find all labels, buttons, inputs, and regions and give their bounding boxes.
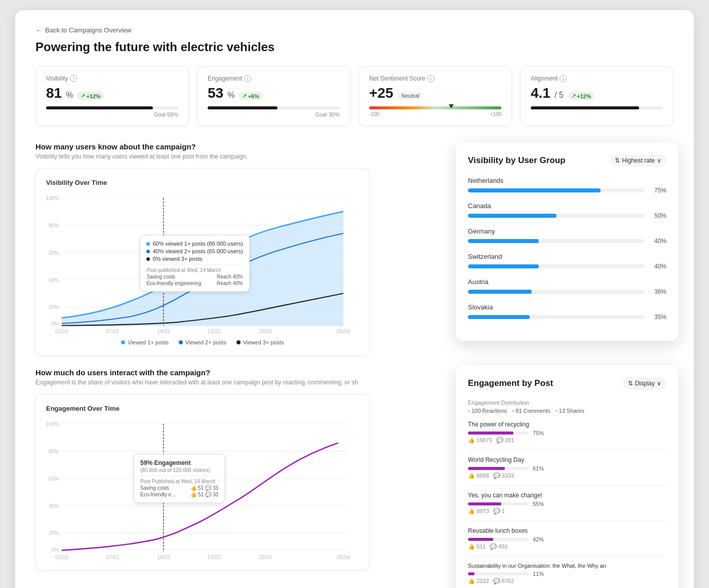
kpi-value-alignment: 4.1 [531,85,550,101]
svg-text:20%: 20% [49,530,59,536]
kpi-goal-engagement: Goal 30% [208,111,340,117]
post-bar-row-3: 42% [468,536,666,542]
eng-tooltip-published: Post Published at Wed, 14 March [140,479,218,484]
post-bar-bg-4 [468,572,529,575]
display-filter[interactable]: ⇅ Display ∨ [623,377,666,389]
visibility-chart-card: Visibility Over Time 100% [35,168,370,356]
country-pct-canada: 50% [649,212,666,219]
country-item-slovakia: Slovakia 35% [468,303,666,321]
engagement-section-desc: Engagement is the share of visitors who … [35,379,370,386]
post-name-4: Sustainability in our Organisation: the … [468,563,666,569]
post-comments-0: 💬 281 [496,437,514,444]
info-icon-visibility[interactable]: i [70,75,77,82]
country-item-austria: Austria 36% [468,278,666,295]
post-pct-4: 11% [533,571,544,577]
svg-text:80%: 80% [49,448,59,454]
country-bar-bg-canada [468,214,645,218]
legend-dot-3plus [237,340,241,344]
svg-text:28/03: 28/03 [259,554,272,560]
eng-tooltip-line1: 59% Engagement [140,459,218,466]
svg-text:40%: 40% [49,277,59,283]
info-icon-sentiment[interactable]: i [427,75,435,82]
visibility-tooltip: 60% viewed 1+ posts (80 000 users) 40% v… [140,235,249,292]
post-item-3: Reusable lunch boxes 42% 👍 511 💬 891 [468,527,666,557]
post-reach-2: Reach 40% [217,281,243,286]
visibility-panel-title: Visibility by User Group [468,155,565,166]
svg-text:0%: 0% [52,546,59,553]
post-bar-row-1: 61% [468,465,666,472]
post-comments-3: 💬 891 [490,543,507,550]
left-panel: How many users know about the campaign? … [35,142,370,571]
kpi-progress-bar-engagement [208,106,340,109]
svg-text:28/03: 28/03 [259,328,272,334]
post-item-2: Yes, you can make change! 55% 👍 8973 💬 1 [468,492,666,521]
svg-text:14/03: 14/03 [157,328,170,334]
post-bar-row-0: 75% [468,430,666,436]
svg-text:07/03: 07/03 [106,328,119,334]
legend-label-1plus: Viewed 1+ posts [128,339,169,345]
svg-text:14/03: 14/03 [157,554,170,560]
kpi-goal-visibility: Goal 60% [46,111,178,117]
svg-text:05/04: 05/04 [337,554,350,560]
svg-text:20%: 20% [49,304,59,310]
kpi-badge-engagement: ↗ +6% [239,92,262,100]
eng-tooltip-post-1: Saving costs 👍 51 💬 33 [140,485,218,491]
post-likes-4: 👍 2222 [468,578,489,584]
chevron-down-icon: ∨ [657,157,661,164]
post-stats-2: 👍 8973 💬 1 [468,508,666,515]
svg-text:40%: 40% [49,502,59,508]
eng-dist-stats: 100 Reactions 81 Comments 13 Shares [468,408,666,414]
post-name-2: Yes, you can make change! [468,492,666,499]
kpi-label-engagement: Engagement i [208,75,340,82]
legend-item-3plus: Viewed 3+ posts [237,339,284,345]
visibility-by-user-group-panel: Visibility by User Group ⇅ Highest rate … [456,142,679,341]
content-wrapper: How many users know about the campaign? … [35,142,674,571]
visibility-section-desc: Visibility tells you how many users view… [35,153,370,160]
svg-text:0%: 0% [52,321,59,327]
arrow-icon-eng: ↗ [242,93,247,99]
arrow-icon: ↗ [81,93,85,99]
tooltip-post-1: Saving costs Reach 40% [146,274,243,280]
country-pct-austria: 36% [649,288,666,295]
sentiment-range: -100 +100 [369,111,501,117]
country-bar-bg-switzerland [468,264,645,268]
kpi-card-alignment: Alignment i 4.1 / 5 ↗ +12% [520,66,674,126]
kpi-badge-alignment: ↗ +12% [568,92,595,100]
country-bar-fill-canada [468,214,557,218]
kpi-unit-engagement: % [227,91,234,100]
tooltip-row-3: 0% viewed 3+ posts [146,256,243,262]
country-bar-fill-germany [468,239,539,243]
post-likes-2: 👍 8973 [468,508,489,515]
dist-reactions: 100 Reactions [468,408,507,414]
post-pct-1: 61% [533,465,544,472]
back-link[interactable]: ← Back to Campaigns Overview [35,26,674,34]
country-bar-fill-switzerland [468,264,539,268]
country-list: Netherlands 75% Canada 50% [468,177,666,321]
svg-text:01/03: 01/03 [55,554,68,560]
legend-item-1plus: Viewed 1+ posts [121,339,169,345]
country-bar-bg-austria [468,290,645,294]
post-stats-3: 👍 511 💬 891 [468,543,666,550]
post-bar-row-4: 11% [468,571,666,577]
info-icon-alignment[interactable]: i [560,75,567,82]
country-item-switzerland: Switzerland 40% [468,253,666,270]
post-bar-fill-1 [468,467,505,470]
country-name-netherlands: Netherlands [468,177,666,184]
highest-rate-filter[interactable]: ⇅ Highest rate ∨ [610,154,666,167]
legend-dot-2plus [179,340,183,344]
eng-post-name-1: Saving costs [140,485,169,491]
country-bar-bg-germany [468,239,645,243]
info-icon-engagement[interactable]: i [244,75,251,82]
svg-text:80%: 80% [49,222,59,228]
kpi-row: Visibility i 81 % ↗ +12% Goal 60% Engage… [35,66,674,126]
post-comments-2: 💬 1 [493,508,505,515]
post-item-0: The power of recycling 75% 👍 19873 💬 281 [468,421,666,450]
legend-label-3plus: Viewed 3+ posts [243,339,284,345]
filter-label: Highest rate [622,157,655,164]
tooltip-row-2: 40% viewed 2+ posts (65 000 users) [146,248,243,254]
post-likes-0: 👍 19873 [468,437,492,444]
engagement-chart-area: 100% 80% 60% 40% 20% 0% 01/03 07/03 [46,418,359,560]
kpi-progress-fill-visibility [46,106,153,109]
engagement-tooltip: 59% Engagement (80 000 out of 120 000 vi… [134,454,225,503]
eng-tooltip-post-2: Eco-friendly e... 👍 51 💬 33 [140,492,218,497]
